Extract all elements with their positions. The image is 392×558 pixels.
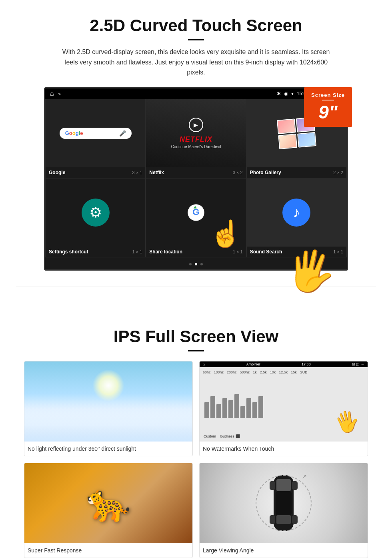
eq-controls: Custom loudness ⬛ <box>204 434 240 438</box>
eq-custom: Custom <box>204 434 216 438</box>
card-sunlight-caption: No light reflecting under 360° direct su… <box>24 442 192 456</box>
sky-image <box>24 361 192 442</box>
music-icon-circle: ♪ <box>282 199 310 227</box>
netflix-app-cell[interactable]: ▶ NETFLIX Continue Marvel's Daredevil Ne… <box>146 99 246 178</box>
netflix-content: ▶ NETFLIX Continue Marvel's Daredevil <box>171 118 221 149</box>
photo-thumb-1 <box>277 119 296 134</box>
arrow-circle: ↗ <box>256 475 312 531</box>
section-curved-touch: 2.5D Curved Touch Screen With 2.5D curve… <box>0 0 392 283</box>
netflix-subtitle: Continue Marvel's Daredevil <box>171 145 221 149</box>
badge-divider <box>322 100 334 100</box>
section2-divider <box>188 350 204 351</box>
google-app-cell[interactable]: Google 🎤 Google 3 × 1 <box>45 99 146 178</box>
share-size: 1 × 1 <box>233 249 243 254</box>
photo-thumb-4 <box>297 132 316 148</box>
android-screen: ⌂ ⌁ ✱ ◉ ▾ 15:06 📷 🔊 ✕ ▭ <box>44 87 348 271</box>
google-label: Google 3 × 1 <box>46 167 145 178</box>
card-cheetah-visual: 🐆 <box>24 463 192 543</box>
google-name: Google <box>49 170 65 175</box>
netflix-name: Netflix <box>149 170 164 175</box>
section2-title: IPS Full Screen View <box>24 327 368 346</box>
status-bar: ⌂ ⌁ ✱ ◉ ▾ 15:06 📷 🔊 ✕ ▭ <box>45 88 347 99</box>
photo-thumb-3 <box>278 134 297 149</box>
badge-title: Screen Size <box>308 92 348 98</box>
section1-description: With 2.5D curved-display screen, this de… <box>60 47 332 78</box>
car-view-wrapper: ↗ <box>256 467 312 539</box>
card-equalizer: ⌂ Amplifier 17:33 ⊡ ◫ ← 60hz100hz200hz50… <box>199 361 368 456</box>
settings-name: Settings shortcut <box>49 249 88 255</box>
app-grid-row1: Google 🎤 Google 3 × 1 <box>45 99 347 178</box>
settings-icon-circle: ⚙ <box>82 199 110 227</box>
badge-size: 9" <box>308 102 348 122</box>
settings-size: 1 × 1 <box>132 249 142 254</box>
card-cheetah-caption: Super Fast Response <box>24 543 192 558</box>
sound-name: Sound Search <box>250 249 282 255</box>
sound-cell-inner: ♪ <box>247 179 346 247</box>
netflix-label: Netflix 3 × 2 <box>146 167 246 178</box>
card-equalizer-caption: No Watermarks When Touch <box>200 442 368 456</box>
gallery-size: 2 × 2 <box>333 170 343 175</box>
eq-icons: ⊡ ◫ ← <box>352 362 364 366</box>
eq-content: 60hz100hz200hz500hz1k2.5k10k12.5k15kSUB <box>200 367 368 442</box>
netflix-cell-inner: ▶ NETFLIX Continue Marvel's Daredevil <box>146 99 246 167</box>
dot-2 <box>195 263 197 265</box>
gallery-label: Photo Gallery 2 × 2 <box>247 167 346 178</box>
netflix-size: 3 × 2 <box>233 170 243 175</box>
card-cheetah: 🐆 Super Fast Response <box>24 463 193 558</box>
play-button[interactable]: ▶ <box>189 118 203 132</box>
dot-3 <box>200 263 203 265</box>
eq-freq-labels: 60hz100hz200hz500hz1k2.5k10k12.5k15kSUB <box>203 370 364 374</box>
device-mockup: Screen Size 9" ⌂ ⌁ ✱ ◉ ▾ 15:06 📷 🔊 ✕ <box>44 87 348 271</box>
section1-divider <box>188 39 204 40</box>
usb-icon: ⌁ <box>58 90 61 97</box>
cheetah-icon: 🐆 <box>86 482 131 524</box>
share-location-app-cell[interactable]: G ☝️ Share location 1 × 1 <box>146 178 246 257</box>
google-logo: Google <box>65 130 83 136</box>
sun-glow <box>92 369 124 401</box>
settings-app-cell[interactable]: ⚙ ⚙ Settings shortcut 1 × 1 <box>45 178 146 257</box>
maps-icon: G <box>186 203 206 223</box>
eq-title: Amplifier <box>246 362 260 366</box>
car-image: ↗ <box>200 463 368 543</box>
section-ips: IPS Full Screen View No light reflecting… <box>0 311 392 558</box>
dot-1 <box>189 263 192 265</box>
share-name: Share location <box>149 249 182 255</box>
gallery-name: Photo Gallery <box>250 170 281 175</box>
eq-home-icon: ⌂ <box>203 362 205 366</box>
card-sunlight: No light reflecting under 360° direct su… <box>24 361 193 456</box>
card-car: ↗ <box>199 463 368 558</box>
card-equalizer-visual: ⌂ Amplifier 17:33 ⊡ ◫ ← 60hz100hz200hz50… <box>200 361 368 442</box>
music-note-icon: ♪ <box>293 204 300 221</box>
hand-pointer: 🖐️ <box>282 243 340 299</box>
gear-icon: ⚙ <box>89 204 102 221</box>
settings-cell-inner: ⚙ ⚙ <box>46 179 145 247</box>
section1-title: 2.5D Curved Touch Screen <box>24 16 368 35</box>
share-cell-inner: G ☝️ <box>146 179 246 247</box>
eq-status-bar: ⌂ Amplifier 17:33 ⊡ ◫ ← <box>200 361 368 367</box>
card-car-caption: Large Viewing Angle <box>200 543 368 558</box>
netflix-logo: NETFLIX <box>171 135 221 144</box>
card-sunlight-visual <box>24 361 192 442</box>
bluetooth-icon: ✱ <box>277 91 281 96</box>
wifi-icon: ▾ <box>291 91 294 96</box>
eq-image: ⌂ Amplifier 17:33 ⊡ ◫ ← 60hz100hz200hz50… <box>200 361 368 442</box>
google-cell-inner: Google 🎤 <box>46 99 145 167</box>
eq-time: 17:33 <box>302 362 311 366</box>
status-left: ⌂ ⌁ <box>50 90 61 97</box>
settings-label: Settings shortcut 1 × 1 <box>46 247 145 257</box>
card-car-visual: ↗ <box>200 463 368 543</box>
eq-loudness: loudness ⬛ <box>220 434 240 438</box>
mic-icon: 🎤 <box>119 130 126 136</box>
google-size: 3 × 1 <box>132 170 142 175</box>
image-grid: No light reflecting under 360° direct su… <box>24 361 368 558</box>
cheetah-image: 🐆 <box>24 463 192 543</box>
google-search-bar[interactable]: Google 🎤 <box>60 128 132 139</box>
location-icon: ◉ <box>284 91 288 96</box>
home-icon[interactable]: ⌂ <box>50 90 54 97</box>
arrow-indicator: ↗ <box>302 473 307 480</box>
screen-size-badge: Screen Size 9" <box>304 87 352 127</box>
